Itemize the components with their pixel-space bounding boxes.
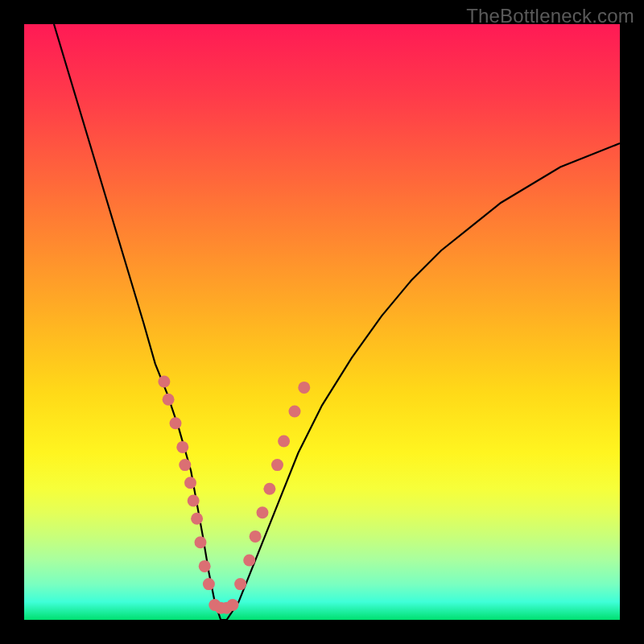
curve-dot: [176, 441, 188, 453]
curve-dot: [203, 578, 215, 590]
curve-dot: [250, 530, 262, 543]
curve-dot: [243, 555, 255, 567]
curve-dot: [199, 560, 211, 572]
curve-dot: [257, 506, 269, 518]
curve-dot: [191, 513, 203, 525]
chart-frame: TheBottleneck.com: [0, 0, 644, 644]
curve-dot: [163, 394, 175, 406]
curve-dot: [234, 578, 246, 590]
curve-dot: [188, 495, 200, 507]
bottleneck-curve: [54, 24, 620, 620]
curve-dot: [179, 459, 191, 471]
curve-dot: [278, 436, 290, 448]
curve-dot: [170, 417, 182, 429]
curve-svg: [24, 24, 620, 620]
curve-dot: [158, 376, 170, 388]
curve-dot: [271, 459, 283, 471]
curve-dot: [298, 382, 310, 394]
curve-dot: [263, 483, 275, 495]
curve-markers: [158, 376, 310, 614]
curve-dot: [289, 406, 301, 418]
plot-area: [24, 24, 620, 620]
curve-dot: [227, 599, 239, 611]
curve-dot: [195, 536, 207, 548]
curve-dot: [184, 477, 196, 489]
